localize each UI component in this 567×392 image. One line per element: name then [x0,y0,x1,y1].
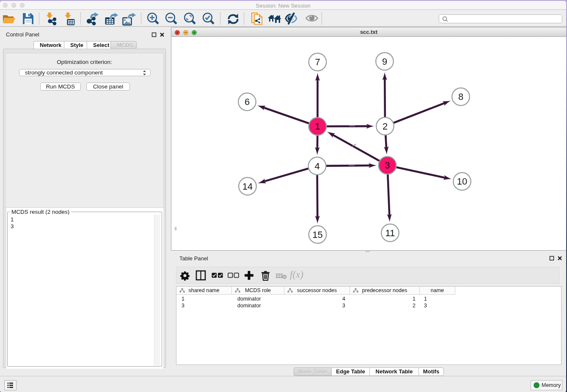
svg-text:6: 6 [245,97,250,107]
svg-text:3: 3 [385,160,390,171]
svg-text:4: 4 [314,161,319,171]
svg-text:8: 8 [458,91,463,102]
svg-text:11: 11 [385,228,395,238]
svg-text:1: 1 [315,121,320,132]
svg-text:9: 9 [382,56,387,67]
svg-text:10: 10 [457,176,467,187]
svg-text:14: 14 [242,181,253,192]
svg-text:15: 15 [312,229,322,240]
svg-text:2: 2 [383,121,388,132]
svg-text:7: 7 [315,57,320,67]
